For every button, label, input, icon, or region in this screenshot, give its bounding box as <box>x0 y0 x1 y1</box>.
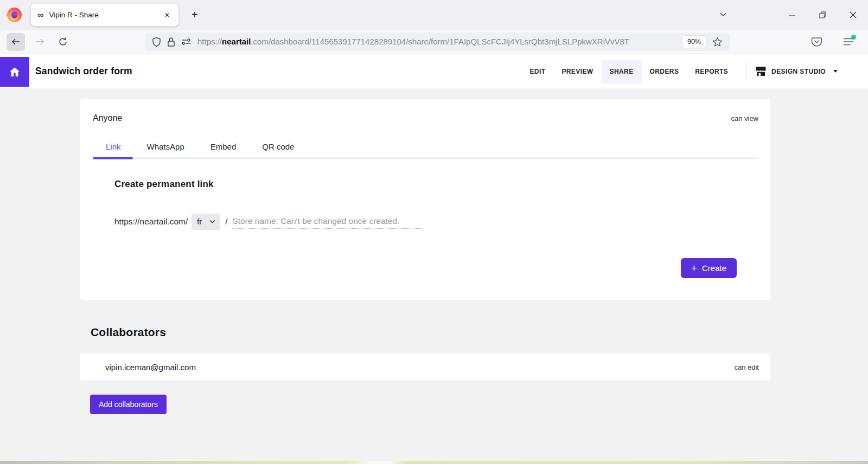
select-chevron-icon <box>209 220 215 224</box>
collaborator-row: vipin.iceman@gmail.com can edit <box>80 353 770 381</box>
tab-title: Vipin R - Share <box>49 11 98 19</box>
nav-divider <box>746 62 746 81</box>
browser-toolbar: https://neartail.com/dashboard/114565391… <box>0 30 868 54</box>
design-studio-menu[interactable]: DESIGN STUDIO <box>755 66 838 76</box>
back-button[interactable] <box>7 33 25 51</box>
create-button[interactable]: + Create <box>681 258 737 278</box>
app-header: Sandwich order form EDIT PREVIEW SHARE O… <box>0 54 868 88</box>
pocket-icon[interactable] <box>811 36 822 47</box>
minimize-button[interactable] <box>777 0 807 30</box>
page-title: Sandwich order form <box>35 66 132 77</box>
firefox-logo-icon[interactable] <box>7 8 22 22</box>
link-builder-row: https://neartail.com/ fr / <box>114 214 737 230</box>
create-link-section: Create permanent link https://neartail.c… <box>114 179 737 278</box>
tab-link[interactable]: Link <box>93 136 134 158</box>
audience-label: Anyone <box>93 113 122 123</box>
design-studio-label: DESIGN STUDIO <box>771 68 826 75</box>
nav-reports[interactable]: REPORTS <box>687 60 736 83</box>
add-collaborators-button[interactable]: Add collaborators <box>90 395 167 414</box>
store-name-input[interactable] <box>232 215 423 229</box>
nav-orders[interactable]: ORDERS <box>642 60 687 83</box>
home-button[interactable] <box>0 57 29 87</box>
notification-dot <box>851 35 856 40</box>
reload-button[interactable] <box>56 37 69 47</box>
audience-permission[interactable]: can view <box>731 114 758 123</box>
bookmark-star-icon[interactable] <box>709 37 726 47</box>
forward-button[interactable] <box>34 37 47 46</box>
locale-select[interactable]: fr <box>192 214 220 230</box>
site-favicon-infinity-icon: ∞ <box>37 10 43 20</box>
tab-embed[interactable]: Embed <box>197 136 250 158</box>
url-path: .com/dashboard/114565391771428289104/sha… <box>251 37 629 46</box>
collaborator-email: vipin.iceman@gmail.com <box>105 363 196 372</box>
tab-close-icon[interactable]: ✕ <box>162 9 172 21</box>
new-tab-button[interactable]: + <box>187 7 202 23</box>
close-window-button[interactable] <box>838 0 868 30</box>
top-navigation: EDIT PREVIEW SHARE ORDERS REPORTS DESIGN… <box>521 60 838 83</box>
lock-icon[interactable] <box>167 37 175 47</box>
active-tab-indicator <box>93 157 133 159</box>
main-content: Anyone can view Link WhatsApp Embed QR c… <box>0 88 868 414</box>
address-bar[interactable]: https://neartail.com/dashboard/114565391… <box>145 33 730 51</box>
plus-icon: + <box>691 265 697 272</box>
nav-edit[interactable]: EDIT <box>521 60 553 83</box>
browser-tab[interactable]: ∞ Vipin R - Share ✕ <box>31 4 178 26</box>
zoom-level-badge[interactable]: 90% <box>682 36 706 48</box>
window-controls <box>777 0 868 30</box>
chevron-down-icon <box>833 70 838 73</box>
permissions-icon[interactable] <box>181 37 192 46</box>
base-url-text: https://neartail.com/ <box>114 217 188 227</box>
home-icon <box>8 66 21 79</box>
share-tabs: Link WhatsApp Embed QR code <box>93 136 758 158</box>
collaborators-title: Collaborators <box>91 326 770 339</box>
add-collaborators-label: Add collaborators <box>99 400 158 409</box>
tab-whatsapp[interactable]: WhatsApp <box>134 136 197 158</box>
nav-share[interactable]: SHARE <box>602 60 642 83</box>
restore-button[interactable] <box>807 0 838 30</box>
url-domain: neartail <box>222 37 251 46</box>
url-text[interactable]: https://neartail.com/dashboard/114565391… <box>197 36 678 47</box>
collaborator-permission[interactable]: can edit <box>734 363 759 371</box>
create-link-title: Create permanent link <box>114 179 737 190</box>
url-protocol: https:// <box>197 37 222 46</box>
create-button-label: Create <box>702 263 726 273</box>
app-menu-hamburger-icon[interactable] <box>843 37 854 46</box>
share-card: Anyone can view Link WhatsApp Embed QR c… <box>80 99 770 300</box>
desktop-edge-strip <box>0 461 868 464</box>
tab-qr-code[interactable]: QR code <box>249 136 307 158</box>
locale-selected-value: fr <box>197 217 202 226</box>
list-all-tabs-chevron-icon[interactable] <box>718 9 728 19</box>
storefront-icon <box>755 66 767 76</box>
tracking-protection-shield-icon[interactable] <box>152 37 161 47</box>
browser-tab-bar: ∞ Vipin R - Share ✕ + <box>0 0 868 30</box>
path-separator: / <box>225 217 227 227</box>
nav-preview[interactable]: PREVIEW <box>553 60 601 83</box>
